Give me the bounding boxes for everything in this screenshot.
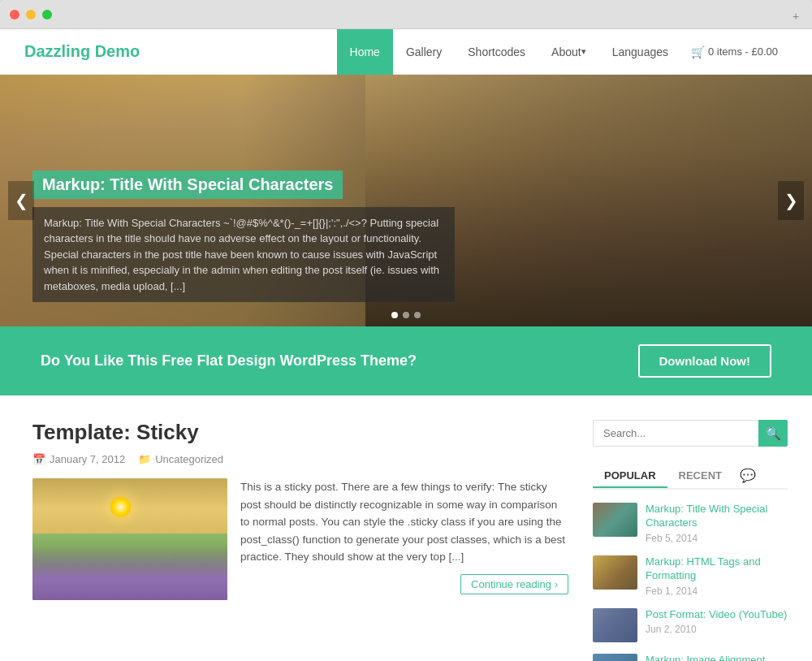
tab-comments-icon[interactable]: 💬	[733, 463, 762, 488]
nav-gallery[interactable]: Gallery	[393, 29, 455, 75]
slider-dot-1[interactable]	[391, 312, 398, 318]
post-category[interactable]: Uncategorized	[155, 453, 223, 465]
close-dot[interactable]	[10, 10, 19, 19]
search-button[interactable]: 🔍	[758, 420, 788, 447]
slider-next-button[interactable]: ❯	[778, 181, 804, 220]
sidebar-tabs: POPULAR RECENT 💬	[593, 463, 788, 490]
sidebar-posts-list: Markup: Title With Special Characters Fe…	[593, 503, 788, 661]
tab-popular[interactable]: POPULAR	[593, 464, 667, 488]
site-content: Dazzling Demo Home Gallery Shortcodes Ab…	[0, 29, 812, 661]
download-button[interactable]: Download Now!	[638, 344, 772, 378]
hero-background: Markup: Title With Special Characters Ma…	[0, 75, 812, 326]
cta-banner: Do You Like This Free Flat Design WordPr…	[0, 326, 812, 395]
post-date-meta: 📅 January 7, 2012	[32, 453, 125, 465]
nav-about[interactable]: About	[538, 29, 599, 75]
post-meta: 📅 January 7, 2012 📁 Uncategorized	[32, 453, 568, 465]
post-date: January 7, 2012	[50, 453, 125, 465]
posts-area: Template: Sticky 📅 January 7, 2012 📁 Unc…	[32, 420, 568, 661]
sidebar-post-title-2[interactable]: Markup: HTML Tags and Formatting	[646, 555, 788, 583]
nav-shortcodes[interactable]: Shortcodes	[455, 29, 538, 75]
sidebar-post-title-4[interactable]: Markup: Image Alignment	[646, 654, 788, 661]
post-thumbnail	[32, 478, 227, 600]
nav-languages[interactable]: Languages	[599, 29, 681, 75]
sidebar-post-date-3: Jun 2, 2010	[646, 624, 788, 635]
hero-text-bg: Markup: Title With Special Characters ~`…	[32, 207, 455, 303]
sidebar-post-info-3: Post Format: Video (YouTube) Jun 2, 2010	[646, 608, 788, 636]
sidebar-thumb-3	[593, 608, 637, 642]
sidebar-thumb-4	[593, 654, 637, 661]
sidebar-post-item-2: Markup: HTML Tags and Formatting Feb 1, …	[593, 555, 788, 597]
sidebar: 🔍 POPULAR RECENT 💬 Markup: Title With Sp…	[593, 420, 788, 661]
sidebar-post-item-3: Post Format: Video (YouTube) Jun 2, 2010	[593, 608, 788, 642]
continue-reading-area: Continue reading ›	[240, 574, 568, 594]
site-nav: Home Gallery Shortcodes About Languages …	[337, 29, 788, 74]
category-icon: 📁	[138, 453, 151, 465]
minimize-dot[interactable]	[26, 10, 36, 19]
continue-reading-link[interactable]: Continue reading ›	[460, 574, 568, 594]
sidebar-post-item-1: Markup: Title With Special Characters Fe…	[593, 503, 788, 544]
sidebar-thumb-2	[593, 555, 637, 590]
slider-prev-button[interactable]: ❮	[8, 181, 34, 220]
sidebar-post-item-4: Markup: Image Alignment Jan 10, 2013	[593, 654, 788, 661]
site-logo[interactable]: Dazzling Demo	[24, 42, 337, 61]
hero-content-box: Markup: Title With Special Characters Ma…	[32, 171, 455, 303]
sidebar-post-info-2: Markup: HTML Tags and Formatting Feb 1, …	[646, 555, 788, 597]
thumb-flowers	[32, 546, 227, 601]
sidebar-thumb-1	[593, 503, 637, 537]
slider-dot-3[interactable]	[414, 312, 421, 318]
cta-text: Do You Like This Free Flat Design WordPr…	[41, 352, 417, 369]
sidebar-post-title-1[interactable]: Markup: Title With Special Characters	[646, 503, 788, 530]
thumb-sun	[110, 497, 131, 517]
browser-window: + Dazzling Demo Home Gallery Shortcodes …	[0, 0, 812, 661]
browser-chrome: +	[0, 0, 812, 29]
post-excerpt-area: This is a sticky post. There are a few t…	[240, 478, 568, 600]
slider-dots	[391, 312, 421, 318]
cart-label: 0 items - £0.00	[708, 45, 778, 58]
sidebar-post-date-2: Feb 1, 2014	[646, 585, 788, 597]
hero-text: Markup: Title With Special Characters ~`…	[44, 215, 443, 295]
hero-overlay: Markup: Title With Special Characters Ma…	[0, 154, 812, 327]
cart-icon: 🛒	[691, 45, 705, 58]
post-category-meta: 📁 Uncategorized	[138, 453, 223, 465]
main-content: Template: Sticky 📅 January 7, 2012 📁 Unc…	[0, 395, 812, 661]
calendar-icon: 📅	[32, 453, 45, 465]
sidebar-post-info-4: Markup: Image Alignment Jan 10, 2013	[646, 654, 788, 661]
cart-nav[interactable]: 🛒 0 items - £0.00	[681, 29, 788, 75]
sidebar-post-title-3[interactable]: Post Format: Video (YouTube)	[646, 608, 788, 622]
sidebar-post-date-1: Feb 5, 2014	[646, 533, 788, 544]
sidebar-post-info-1: Markup: Title With Special Characters Fe…	[646, 503, 788, 544]
site-header: Dazzling Demo Home Gallery Shortcodes Ab…	[0, 29, 812, 75]
slider-dot-2[interactable]	[403, 312, 409, 318]
search-input[interactable]	[593, 420, 758, 447]
post-title: Template: Sticky	[32, 420, 568, 445]
hero-slider: Markup: Title With Special Characters Ma…	[0, 75, 812, 326]
hero-title: Markup: Title With Special Characters	[42, 175, 333, 194]
nav-home[interactable]: Home	[337, 29, 393, 75]
post-excerpt: This is a sticky post. There are a few t…	[240, 478, 568, 566]
hero-title-bg: Markup: Title With Special Characters	[32, 171, 343, 199]
search-bar: 🔍	[593, 420, 788, 447]
maximize-dot[interactable]	[42, 10, 52, 19]
tab-recent[interactable]: RECENT	[667, 464, 733, 488]
expand-icon[interactable]: +	[793, 10, 802, 19]
post-featured-row: This is a sticky post. There are a few t…	[32, 478, 568, 600]
